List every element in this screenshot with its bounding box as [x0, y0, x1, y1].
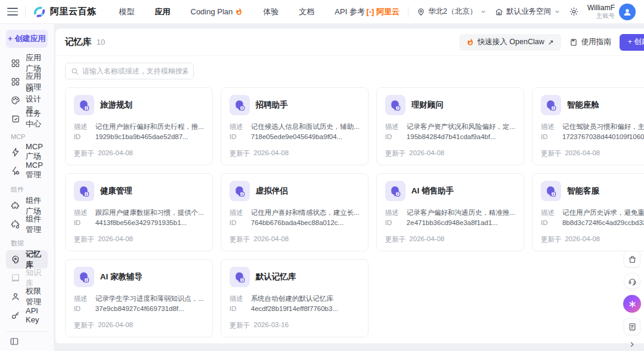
sidebar-item-api-key[interactable]: API Key [6, 306, 48, 324]
sidebar-item-permission[interactable]: 权限管理 [6, 287, 48, 306]
document-icon [569, 38, 578, 47]
memory-card[interactable]: 默认记忆库 描述 系统自动创建的默认记忆库 ID 4ecdf28b19f14ef… [221, 259, 369, 337]
memory-card-updated-row: 更新于 2026-04-08 [74, 321, 204, 330]
memory-card[interactable]: 健康管理 描述 跟踪用户健康数据和习惯，提供个... ID 4413f8be56… [65, 173, 213, 251]
nav-app[interactable]: 应用 [155, 7, 171, 17]
memory-card-title: AI 销售助手 [411, 186, 454, 196]
sidebar-item-mcp-manage[interactable]: MCP 管理 [6, 161, 48, 180]
id-label: ID [74, 304, 89, 314]
desc-label: 描述 [230, 122, 245, 132]
updated-label: 更新于 [74, 235, 95, 244]
sidebar-section-data: 数据 [6, 233, 48, 250]
id-label: ID [74, 218, 89, 228]
memory-card[interactable]: AI 家教辅导 描述 记录学生学习进度和薄弱知识点，... ID 37e9cb8… [65, 259, 213, 337]
memory-card-updated-date: 2026-04-08 [409, 235, 444, 244]
memory-card-icon [230, 95, 250, 115]
nav-experience[interactable]: 体验 [263, 7, 278, 17]
memory-card-desc-row: 描述 记住候选人信息和面试历史，辅助... [230, 122, 360, 132]
memory-card-id: 1929b9c1ba9b465dae52d87... [95, 132, 188, 142]
sidebar: + 创建应用 应用广场 应用管理 UI 设计器 任务中心 MCP MCP 广场 … [0, 24, 54, 351]
memory-card-updated-row: 更新于 2026-04-08 [230, 235, 360, 244]
sidebar-footer [6, 331, 48, 346]
memory-card-icon [230, 267, 250, 287]
brand-logo[interactable]: 阿里云百炼 [33, 5, 97, 19]
user-info[interactable]: WilliamF 主账号 [587, 4, 615, 20]
id-label: ID [385, 218, 401, 228]
sidebar-item-memory[interactable]: 记忆库 [6, 250, 48, 269]
memory-card-updated-date: 2026-04-08 [409, 149, 444, 158]
support-headset-icon[interactable] [624, 273, 640, 290]
quick-connect-openclaw-button[interactable]: 快速接入 OpenClaw ↗ [459, 34, 561, 51]
memory-card-id-row: ID 764bb676bada4bec88a012c... [230, 218, 360, 228]
lightning-icon [11, 147, 20, 157]
sidebar-item-comp-market[interactable]: 组件广场 [6, 196, 48, 215]
sidebar-item-knowledge[interactable]: 知识库 [6, 269, 48, 287]
nav-coding-plan[interactable]: Coding Plan [191, 7, 243, 16]
memory-card-updated-row: 更新于 2026-04-08 [385, 235, 515, 244]
grid-manage-icon [11, 77, 20, 87]
memory-card-title: 招聘助手 [256, 100, 288, 110]
memory-card-desc-row: 描述 跟踪用户健康数据和习惯，提供个... [74, 208, 204, 218]
hamburger-menu-icon[interactable] [7, 8, 18, 16]
memory-card[interactable]: 智能客服 描述 记住用户历史诉求，避免重复询问... ID 8b8d3c724f… [532, 173, 644, 251]
id-label: ID [230, 218, 245, 228]
memory-card-id: 37e9cb84927c4f669731d8f... [95, 304, 184, 314]
nav-model[interactable]: 模型 [119, 7, 135, 17]
memory-card-updated-date: 2026-03-16 [253, 321, 289, 330]
memory-card-desc: 记住用户旅行偏好和历史行程，推... [95, 122, 204, 132]
desc-label: 描述 [385, 208, 401, 218]
settings-gear-icon[interactable] [569, 7, 579, 17]
region-selector[interactable]: 华北2（北京） [417, 7, 487, 17]
memory-card[interactable]: 旅游规划 描述 记住用户旅行偏好和历史行程，推... ID 1929b9c1ba… [65, 87, 213, 165]
sidebar-item-mcp-market[interactable]: MCP 广场 [6, 143, 48, 161]
gift-bag-icon[interactable] [624, 251, 640, 267]
collapse-sidebar-icon[interactable] [10, 337, 44, 346]
memory-card-updated-date: 2026-04-08 [565, 149, 600, 158]
memory-card-desc: 记住驾驶员习惯和偏好，主动调节... [562, 122, 644, 132]
memory-card-title: 智能座舱 [567, 100, 599, 110]
person-icon [11, 292, 20, 301]
memory-card-title: 虚拟伴侣 [256, 186, 288, 196]
usage-guide-button[interactable]: 使用指南 [569, 37, 611, 47]
memory-card-id-row: ID 37e9cb84927c4f669731d8f... [74, 304, 204, 314]
updated-label: 更新于 [230, 149, 250, 158]
task-check-icon [11, 114, 20, 124]
ai-assistant-sparkle-icon[interactable] [623, 295, 641, 313]
workspace-selector[interactable]: 默认业务空间 [495, 7, 561, 17]
avatar[interactable] [619, 4, 636, 20]
memory-card[interactable]: 虚拟伴侣 描述 记住用户喜好和情感状态，建立长... ID 764bb676ba… [221, 173, 369, 251]
grid-icon [11, 59, 20, 68]
memory-card[interactable]: 智能座舱 描述 记住驾驶员习惯和偏好，主动调节... ID 1723767038… [532, 87, 644, 165]
list-toolbar [55, 56, 644, 84]
puzzle-gear-icon [11, 220, 20, 229]
search-input[interactable] [82, 67, 188, 75]
id-label: ID [541, 132, 556, 142]
memory-card-updated-row: 更新于 2026-04-08 [74, 235, 204, 244]
memory-card[interactable]: AI 销售助手 描述 记录客户偏好和沟通历史，精准推... ID 2e471bb… [376, 173, 524, 251]
aliyun-logo[interactable]: [-] 阿里云 [366, 7, 400, 17]
nav-api-reference[interactable]: API 参考 [335, 7, 365, 17]
palette-icon [11, 96, 20, 105]
memory-card[interactable]: 理财顾问 描述 记录客户资产状况和风险偏好，定... ID 195b84284d… [376, 87, 524, 165]
collapse-toolbar-icon[interactable] [628, 340, 636, 349]
sidebar-item-comp-manage[interactable]: 组件管理 [6, 215, 48, 233]
create-app-button[interactable]: + 创建应用 [6, 30, 48, 48]
search-box[interactable] [65, 63, 194, 79]
memory-card-desc-row: 描述 记录客户资产状况和风险偏好，定... [385, 122, 515, 132]
nav-docs[interactable]: 文档 [299, 7, 314, 17]
id-label: ID [230, 132, 245, 142]
sidebar-item-ui-designer[interactable]: UI 设计器 [6, 91, 48, 109]
brand-title: 阿里云百炼 [50, 6, 97, 17]
memory-count: 10 [97, 38, 105, 47]
memory-card-icon [385, 95, 405, 115]
memory-card-id-row: ID 2e471bb36cd948e3a8f1ad1... [385, 218, 515, 228]
sidebar-item-task-center[interactable]: 任务中心 [6, 109, 48, 128]
flame-icon [466, 38, 474, 46]
memory-card-updated-row: 更新于 2026-04-08 [541, 149, 644, 158]
memory-card[interactable]: 招聘助手 描述 记住候选人信息和面试历史，辅助... ID 718e05ede9… [221, 87, 369, 165]
main-nav: 模型 应用 Coding Plan 体验 文档 API 参考 [119, 7, 365, 17]
create-memory-button[interactable]: + 创建记忆库 [620, 34, 644, 51]
memory-card-desc-row: 描述 记录客户偏好和沟通历史，精准推... [385, 208, 515, 218]
feedback-doc-icon[interactable] [624, 318, 640, 335]
sidebar-item-app-market[interactable]: 应用广场 [6, 54, 48, 72]
